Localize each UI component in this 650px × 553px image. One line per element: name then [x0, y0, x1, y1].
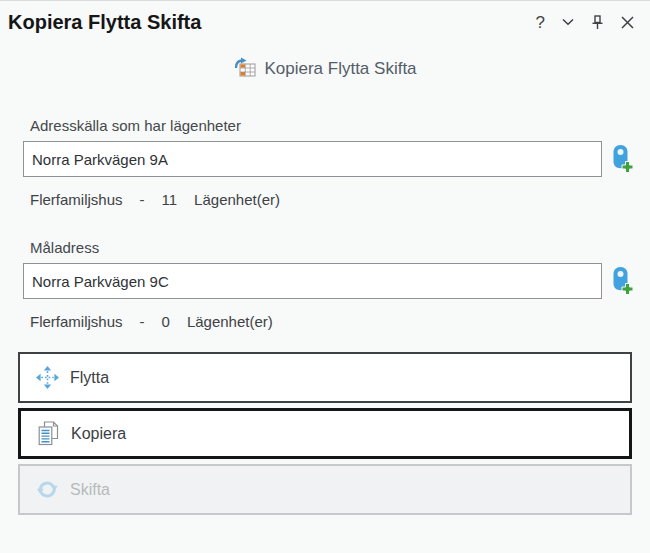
source-address-row — [23, 141, 650, 177]
shift-button-label: Skifta — [70, 481, 110, 499]
copy-icon — [36, 421, 60, 446]
add-location-icon[interactable] — [610, 143, 634, 175]
target-address-label: Måladress — [30, 239, 650, 257]
shift-button: Skifta — [18, 464, 632, 515]
help-icon[interactable]: ? — [536, 14, 545, 31]
source-unit-label: Lägenhet(er) — [194, 191, 280, 209]
copy-button[interactable]: Kopiera — [18, 408, 632, 459]
target-apartment-count: 0 — [162, 313, 170, 331]
target-building-type: Flerfamiljshus — [30, 313, 123, 331]
panel-title: Kopiera Flytta Skifta — [8, 11, 201, 34]
close-icon[interactable] — [621, 16, 634, 29]
add-location-icon[interactable] — [610, 265, 634, 297]
move-button[interactable]: Flytta — [18, 352, 632, 403]
separator: - — [140, 313, 145, 331]
panel-header-title: Kopiera Flytta Skifta — [264, 59, 416, 79]
chevron-down-icon[interactable] — [562, 18, 574, 26]
target-address-row — [23, 263, 650, 299]
source-building-type: Flerfamiljshus — [30, 191, 123, 209]
pin-icon[interactable] — [591, 15, 604, 30]
target-address-input[interactable] — [23, 263, 602, 299]
panel-titlebar: Kopiera Flytta Skifta ? — [0, 1, 650, 43]
move-arrows-icon — [35, 366, 59, 389]
move-button-label: Flytta — [70, 369, 109, 387]
target-unit-label: Lägenhet(er) — [187, 313, 273, 331]
panel-header: Kopiera Flytta Skifta — [0, 57, 650, 81]
source-address-input[interactable] — [23, 141, 602, 177]
swap-refresh-icon — [35, 479, 59, 500]
target-info-row: Flerfamiljshus - 0 Lägenhet(er) — [30, 313, 650, 331]
action-buttons: Flytta Kopiera Skifta — [18, 352, 632, 515]
source-address-label: Adresskälla som har lägenheter — [30, 117, 650, 135]
source-apartment-count: 11 — [162, 191, 178, 209]
separator: - — [140, 191, 145, 209]
table-move-icon — [233, 57, 257, 82]
titlebar-icons: ? — [536, 14, 634, 31]
source-info-row: Flerfamiljshus - 11 Lägenhet(er) — [30, 191, 650, 209]
copy-button-label: Kopiera — [71, 425, 126, 443]
